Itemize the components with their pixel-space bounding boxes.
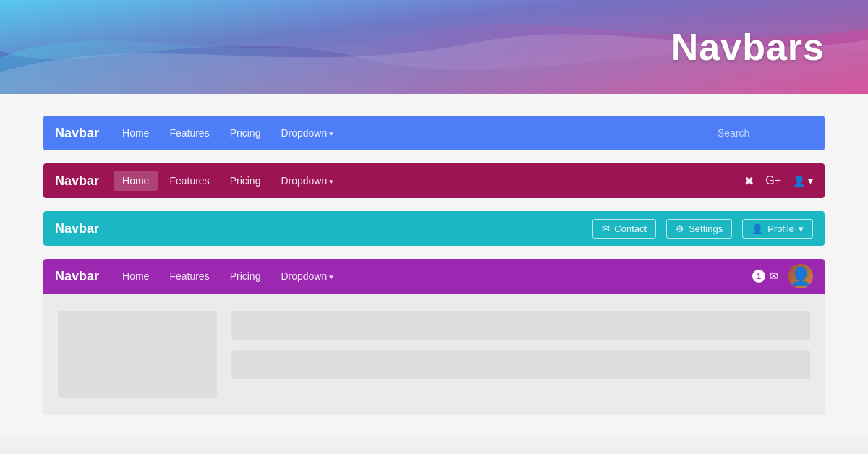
nav1-pricing[interactable]: Pricing bbox=[221, 123, 270, 143]
navbar-2-items: Home Features Pricing Dropdown bbox=[114, 171, 744, 191]
user-dropdown[interactable]: 👤 ▾ bbox=[793, 175, 813, 187]
content-preview bbox=[43, 294, 825, 415]
navbar-2-brand: Navbar bbox=[55, 174, 99, 189]
googleplus-icon[interactable]: G+ bbox=[765, 174, 781, 187]
envelope-icon: ✉ bbox=[602, 223, 610, 234]
nav2-dropdown[interactable]: Dropdown bbox=[272, 171, 342, 191]
settings-button[interactable]: ⚙ Settings bbox=[666, 219, 732, 239]
profile-label: Profile bbox=[767, 223, 794, 234]
preview-line-2 bbox=[231, 350, 810, 379]
notification-badge[interactable]: 1 ✉ bbox=[752, 270, 778, 283]
search-input[interactable] bbox=[712, 124, 813, 142]
navbar-3-brand: Navbar bbox=[55, 221, 99, 236]
navbar-4-brand: Navbar bbox=[55, 269, 99, 284]
nav2-pricing[interactable]: Pricing bbox=[221, 171, 270, 191]
profile-dropdown-arrow: ▾ bbox=[799, 223, 804, 234]
nav4-dropdown[interactable]: Dropdown bbox=[272, 266, 342, 286]
gear-icon: ⚙ bbox=[676, 223, 684, 234]
nav4-features[interactable]: Features bbox=[161, 266, 218, 286]
profile-icon: 👤 bbox=[752, 223, 763, 234]
navbar-2: Navbar Home Features Pricing Dropdown ✖ … bbox=[43, 163, 825, 198]
nav1-dropdown[interactable]: Dropdown bbox=[272, 123, 342, 143]
navbar-1-brand: Navbar bbox=[55, 126, 99, 141]
navbar-3-right: ✉ Contact ⚙ Settings 👤 Profile ▾ bbox=[592, 219, 813, 239]
mail-icon: ✉ bbox=[770, 270, 778, 282]
preview-line-1 bbox=[231, 311, 810, 340]
avatar-image: 👤 bbox=[790, 266, 812, 286]
nav4-pricing[interactable]: Pricing bbox=[221, 266, 270, 286]
main-content: Navbar Home Features Pricing Dropdown Na… bbox=[0, 94, 868, 437]
hero-section: Navbars bbox=[0, 0, 868, 94]
navbar-3: Navbar ✉ Contact ⚙ Settings 👤 Profile ▾ bbox=[43, 211, 825, 246]
settings-label: Settings bbox=[689, 223, 723, 234]
avatar[interactable]: 👤 bbox=[788, 264, 813, 288]
contact-label: Contact bbox=[614, 223, 647, 234]
nav2-home[interactable]: Home bbox=[114, 171, 158, 191]
page-title: Navbars bbox=[671, 25, 825, 69]
navbar-2-right: ✖ G+ 👤 ▾ bbox=[744, 174, 813, 188]
preview-right bbox=[231, 311, 810, 398]
navbar-1: Navbar Home Features Pricing Dropdown bbox=[43, 116, 825, 150]
preview-left bbox=[58, 311, 217, 398]
nav1-features[interactable]: Features bbox=[161, 123, 218, 143]
dropdown-arrow: ▾ bbox=[808, 175, 813, 187]
badge-count: 1 bbox=[752, 270, 765, 283]
contact-button[interactable]: ✉ Contact bbox=[592, 219, 656, 239]
profile-button[interactable]: 👤 Profile ▾ bbox=[742, 219, 813, 239]
navbar-4-section: Navbar Home Features Pricing Dropdown 1 … bbox=[43, 259, 825, 415]
navbar-1-items: Home Features Pricing Dropdown bbox=[114, 123, 712, 143]
nav4-home[interactable]: Home bbox=[114, 266, 158, 286]
navbar-4-right: 1 ✉ 👤 bbox=[752, 264, 813, 288]
nav1-home[interactable]: Home bbox=[114, 123, 158, 143]
navbar-4-items: Home Features Pricing Dropdown bbox=[114, 266, 752, 286]
preview-image bbox=[58, 311, 217, 398]
twitter-icon[interactable]: ✖ bbox=[744, 174, 754, 188]
navbar-4: Navbar Home Features Pricing Dropdown 1 … bbox=[43, 259, 825, 294]
social-icons: ✖ G+ 👤 ▾ bbox=[744, 174, 813, 188]
navbar-1-right bbox=[712, 124, 813, 142]
nav2-features[interactable]: Features bbox=[161, 171, 218, 191]
user-icon: 👤 bbox=[793, 175, 805, 187]
